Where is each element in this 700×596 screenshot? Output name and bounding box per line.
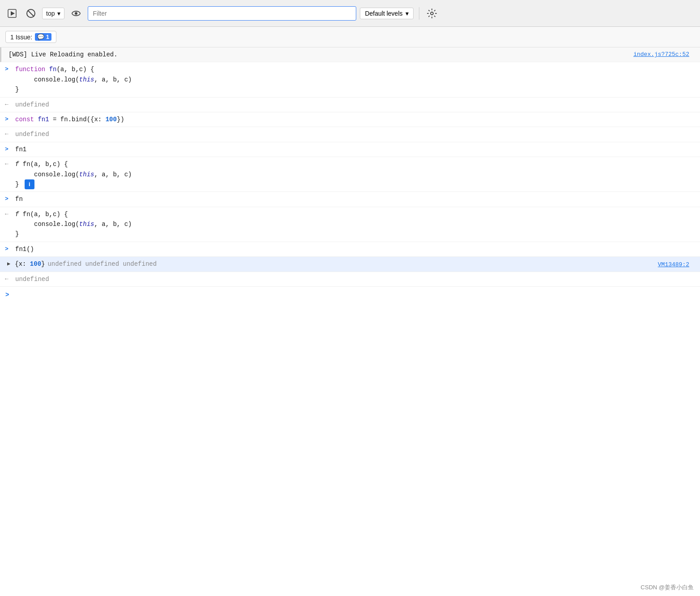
console-row-content: [WDS] Live Reloading enabled. bbox=[7, 50, 633, 60]
console-row: > fn1 bbox=[0, 142, 700, 157]
fn-name: fn1 bbox=[38, 116, 49, 123]
console-row-content: fn1() bbox=[13, 244, 695, 254]
issue-badge[interactable]: 1 Issue: 💬 1 bbox=[5, 31, 56, 43]
issue-icon-symbol: 💬 bbox=[37, 34, 44, 40]
console-row-content: fn bbox=[13, 194, 695, 204]
console-row: > const fn1 = fn.bind({x: 100}) bbox=[0, 112, 700, 127]
input-arrow: > bbox=[0, 244, 13, 252]
console-row-content: undefined bbox=[13, 129, 695, 139]
console-row: ← undefined bbox=[0, 272, 700, 287]
console-row-content: undefined bbox=[13, 274, 695, 284]
top-selector-label: top bbox=[46, 10, 55, 17]
issue-label: 1 Issue: bbox=[10, 34, 32, 41]
prompt-row: > bbox=[0, 287, 700, 303]
console-row-highlighted: ▶ {x: 100} undefined undefined undefined… bbox=[0, 257, 700, 272]
toolbar-divider bbox=[419, 7, 419, 20]
output-arrow: ← bbox=[0, 274, 13, 282]
console-row-content: function fn(a, b,c) { console.log(this, … bbox=[13, 64, 695, 94]
top-selector-chevron: ▾ bbox=[57, 10, 60, 17]
console-row-content: const fn1 = fn.bind({x: 100}) bbox=[13, 115, 695, 124]
issues-bar: 1 Issue: 💬 1 bbox=[0, 27, 700, 47]
output-arrow: ← bbox=[0, 129, 13, 137]
console-row: > fn1() bbox=[0, 242, 700, 257]
play-icon bbox=[7, 9, 17, 18]
object-value: {x: 100} bbox=[15, 259, 45, 269]
gear-icon bbox=[427, 8, 437, 19]
settings-button[interactable] bbox=[425, 6, 439, 21]
info-badge: i bbox=[25, 179, 34, 189]
console-row-content: f fn(a, b,c) { console.log(this, a, b, c… bbox=[13, 209, 695, 239]
fn-type: f bbox=[15, 211, 19, 218]
top-selector[interactable]: top ▾ bbox=[42, 8, 64, 19]
svg-point-5 bbox=[75, 12, 77, 15]
console-row-content: fn1 bbox=[13, 145, 695, 154]
prompt-arrow: > bbox=[5, 291, 9, 298]
console-content: [WDS] Live Reloading enabled. index.js?7… bbox=[0, 47, 700, 303]
filter-input[interactable] bbox=[88, 6, 356, 21]
console-row-source[interactable]: VM13489:2 bbox=[658, 260, 695, 268]
expand-arrow[interactable]: ▶ bbox=[7, 260, 10, 268]
fn-name: fn bbox=[49, 66, 57, 73]
default-levels-button[interactable]: Default levels ▾ bbox=[360, 8, 413, 19]
default-levels-chevron: ▾ bbox=[405, 10, 409, 17]
input-arrow: > bbox=[0, 115, 13, 123]
console-row: > fn bbox=[0, 192, 700, 207]
input-arrow: > bbox=[0, 145, 13, 153]
input-arrow: > bbox=[0, 64, 13, 72]
issue-count: 💬 1 bbox=[35, 33, 51, 41]
default-levels-label: Default levels bbox=[365, 10, 402, 17]
this-keyword: this bbox=[79, 221, 94, 228]
console-row: ← undefined bbox=[0, 127, 700, 142]
fn-type: f bbox=[15, 161, 19, 168]
eye-button[interactable] bbox=[68, 6, 84, 21]
watermark: CSDN @姜香小白鱼 bbox=[640, 583, 694, 592]
console-row-source[interactable]: index.js?725c:52 bbox=[633, 50, 695, 58]
console-row: ← f fn(a, b,c) { console.log(this, a, b,… bbox=[0, 207, 700, 242]
output-arrow: ← bbox=[0, 159, 13, 167]
keyword: function bbox=[15, 66, 45, 73]
toolbar: top ▾ Default levels ▾ bbox=[0, 0, 700, 27]
block-icon bbox=[26, 9, 36, 18]
block-button[interactable] bbox=[23, 7, 38, 20]
input-arrow: > bbox=[0, 194, 13, 202]
console-row-content: undefined bbox=[13, 100, 695, 110]
console-row: ← undefined bbox=[0, 98, 700, 112]
play-button[interactable] bbox=[4, 7, 20, 20]
keyword: const bbox=[15, 116, 34, 123]
svg-line-3 bbox=[28, 10, 34, 17]
svg-marker-1 bbox=[11, 11, 15, 16]
console-row: [WDS] Live Reloading enabled. index.js?7… bbox=[0, 47, 700, 62]
eye-icon bbox=[71, 8, 81, 19]
console-row: > function fn(a, b,c) { console.log(this… bbox=[0, 62, 700, 97]
this-keyword: this bbox=[79, 171, 94, 178]
console-row: ← f fn(a, b,c) { console.log(this, a, b,… bbox=[0, 157, 700, 192]
console-row-content: f fn(a, b,c) { console.log(this, a, b, c… bbox=[13, 159, 695, 189]
console-row-content: ▶ {x: 100} undefined undefined undefined bbox=[5, 259, 658, 269]
this-keyword: this bbox=[79, 76, 94, 83]
undefined-values: undefined undefined undefined bbox=[47, 259, 157, 269]
number: 100 bbox=[106, 116, 117, 123]
svg-point-6 bbox=[431, 12, 433, 15]
output-arrow: ← bbox=[0, 209, 13, 217]
output-arrow: ← bbox=[0, 100, 13, 108]
